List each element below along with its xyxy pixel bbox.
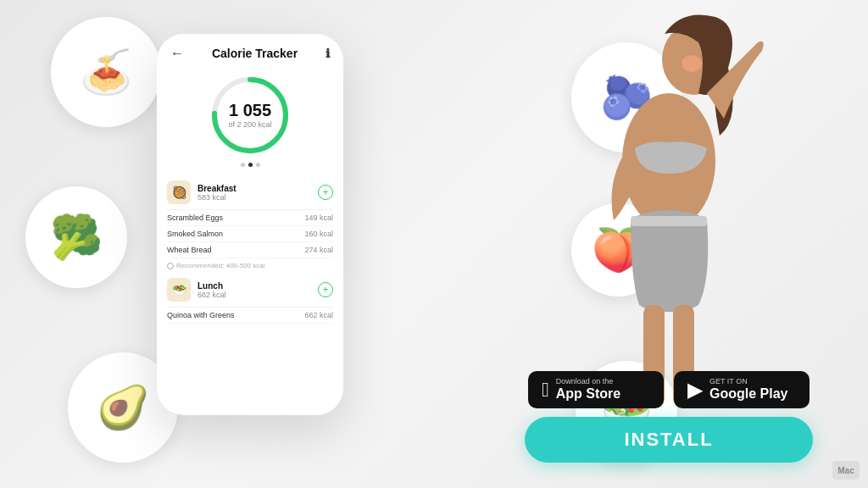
appstore-button[interactable]:  Download on the App Store — [528, 371, 664, 408]
store-buttons:  Download on the App Store ▶ GET IT ON … — [528, 371, 810, 408]
dot-1 — [241, 163, 245, 167]
phone-header: ← Calorie Tracker ℹ — [157, 34, 343, 68]
carousel-dots — [241, 163, 260, 167]
list-item: Scrambled Eggs 149 kcal — [167, 210, 333, 226]
wheat-bread-kcal: 274 kcal — [304, 246, 333, 254]
lunch-add-button[interactable]: + — [318, 282, 333, 297]
asparagus-food-icon: 🥦 — [50, 213, 103, 262]
wheat-bread-name: Wheat Bread — [167, 246, 212, 254]
quinoa-name: Quinoa with Greens — [167, 311, 235, 319]
scrambled-eggs-name: Scrambled Eggs — [167, 214, 223, 222]
calories-value: 1 055 — [229, 102, 271, 119]
lunch-row: 🥗 Lunch 662 kcal + — [167, 273, 333, 308]
appstore-text: Download on the App Store — [556, 378, 620, 402]
meal-list: 🥘 Breakfast 583 kcal + Scrambled Eggs 14… — [157, 175, 343, 324]
list-item: Wheat Bread 274 kcal — [167, 242, 333, 258]
breakfast-row: 🥘 Breakfast 583 kcal + — [167, 175, 333, 210]
lunch-kcal: 662 kcal — [198, 291, 318, 299]
phone-mockup: ← Calorie Tracker ℹ 1 055 of 2 200 kcal — [157, 34, 343, 415]
mac-badge: Mac — [832, 461, 860, 480]
pasta-food-icon: 🍝 — [80, 47, 132, 97]
svg-rect-6 — [631, 216, 707, 226]
list-item: Smoked Salmon 160 kcal — [167, 226, 333, 242]
breakfast-kcal: 583 kcal — [198, 193, 318, 202]
install-button[interactable]: INSTALL — [525, 417, 813, 463]
recommended-dot — [167, 263, 174, 269]
appstore-line1: Download on the — [556, 378, 620, 385]
googleplay-button[interactable]: ▶ GET IT ON Google Play — [674, 371, 810, 408]
lunch-icon: 🥗 — [167, 278, 191, 302]
scrambled-eggs-kcal: 149 kcal — [304, 214, 333, 222]
ring-center: 1 055 of 2 200 kcal — [208, 73, 292, 158]
lunch-info: Lunch 662 kcal — [198, 281, 318, 299]
calorie-ring: 1 055 of 2 200 kcal — [208, 73, 292, 158]
googleplay-text: GET IT ON Google Play — [709, 378, 787, 402]
recommended-text: Recommended: 400-500 kcal — [176, 262, 265, 269]
breakfast-add-button[interactable]: + — [318, 185, 333, 200]
recommended-tag: Recommended: 400-500 kcal — [167, 258, 333, 273]
googleplay-line2: Google Play — [709, 385, 787, 402]
quinoa-kcal: 662 kcal — [304, 311, 333, 319]
dot-2 — [248, 163, 253, 167]
lunch-name: Lunch — [198, 281, 318, 291]
phone-title: Calorie Tracker — [212, 47, 298, 60]
plate-pasta: 🍝 — [51, 17, 161, 127]
appstore-line2: App Store — [556, 385, 620, 402]
back-icon[interactable]: ← — [170, 46, 184, 61]
play-icon: ▶ — [687, 378, 703, 402]
calories-total: of 2 200 kcal — [228, 120, 271, 129]
list-item: Quinoa with Greens 662 kcal — [167, 308, 333, 324]
plate-asparagus: 🥦 — [25, 186, 127, 288]
info-icon[interactable]: ℹ — [326, 47, 330, 60]
apple-icon:  — [542, 378, 549, 402]
cta-area:  Download on the App Store ▶ GET IT ON … — [487, 371, 851, 463]
phone-container: ← Calorie Tracker ℹ 1 055 of 2 200 kcal — [157, 8, 343, 474]
avocado-food-icon: 🥑 — [97, 383, 149, 432]
calorie-ring-section: 1 055 of 2 200 kcal — [157, 68, 343, 175]
googleplay-line1: GET IT ON — [709, 378, 787, 385]
breakfast-icon: 🥘 — [167, 180, 191, 204]
breakfast-name: Breakfast — [198, 184, 318, 193]
smoked-salmon-name: Smoked Salmon — [167, 230, 223, 238]
breakfast-info: Breakfast 583 kcal — [198, 184, 318, 202]
svg-point-7 — [682, 55, 702, 72]
smoked-salmon-kcal: 160 kcal — [304, 230, 333, 238]
dot-3 — [256, 163, 260, 167]
